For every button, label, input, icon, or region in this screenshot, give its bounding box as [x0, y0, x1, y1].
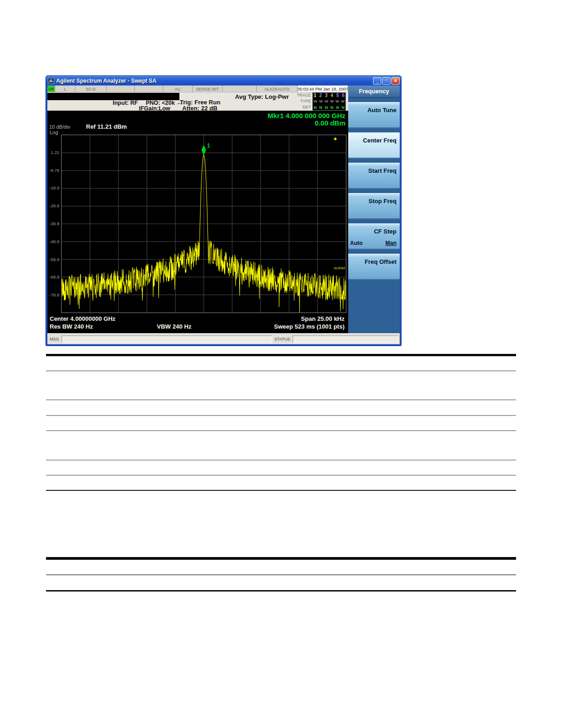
title-blackout-bar — [47, 93, 179, 100]
center-freq-annotation: Center 4.00000000 GHz — [50, 315, 115, 322]
amplitude-axis-labels: 1.21 -8.79 -18.8 -28.8 -38.8 -48.8 -58.8… — [47, 135, 60, 313]
coupling-indicator: AC — [163, 85, 193, 92]
trace-detectors: NN NN NN — [314, 105, 345, 110]
rule-line — [46, 370, 516, 371]
sense-indicator: SENSE:INT — [193, 85, 223, 92]
window-status-bar: MSG STATUS — [47, 333, 400, 344]
trace-numbers: 1 2 3 4 5 6 — [314, 93, 345, 98]
norm-indicator: NORM — [334, 266, 345, 270]
analyzer-window: Agilent Spectrum Analyzer - Swept SA _ □… — [46, 76, 401, 346]
message-field — [62, 336, 272, 343]
status-cell-empty — [135, 85, 163, 92]
rule-line — [46, 490, 516, 491]
softkey-menu: Frequency Auto Tune Center Freq Start Fr… — [348, 85, 400, 333]
rule-line — [46, 574, 516, 575]
softkey-stop-freq[interactable]: Stop Freq — [348, 193, 400, 219]
rule-line — [46, 354, 516, 356]
document-page: Agilent Spectrum Analyzer - Swept SA _ □… — [0, 0, 563, 728]
maximize-button[interactable]: □ — [382, 77, 391, 85]
trace-status-block: TRACE TYPE DET 1 2 3 4 5 — [291, 92, 347, 111]
rule-line — [46, 557, 516, 560]
type-label: TYPE — [300, 98, 311, 104]
softkey-cf-step[interactable]: CF Step Auto Man — [348, 223, 400, 250]
rule-line — [46, 475, 516, 476]
rule-line — [46, 590, 516, 592]
spectrum-trace-svg — [62, 135, 346, 313]
menu-header-frequency: Frequency — [348, 85, 400, 98]
rule-line — [46, 415, 516, 416]
graticule: * NORM 1 — [61, 135, 346, 313]
trace-types: WW WW WW — [314, 99, 345, 104]
datetime-display: 05:03:44 PM Jan 18, 2007 — [298, 85, 348, 92]
msg-label: MSG — [49, 337, 60, 341]
marker1-number: 1 — [207, 142, 210, 149]
input-indicator: L — [55, 85, 75, 92]
status-cell-empty — [107, 85, 135, 92]
input-setting: Input: RF — [113, 100, 138, 106]
lxi-indicator: LXI — [47, 85, 55, 92]
rule-line — [46, 399, 516, 400]
span-annotation: Span 25.00 kHz — [301, 315, 345, 322]
app-icon — [48, 78, 54, 84]
softkey-auto-tune[interactable]: Auto Tune — [348, 102, 400, 128]
instrument-status-row: LXI L 50 Ω AC SENSE:INT ALIGNAUTO 05:03:… — [47, 85, 348, 92]
close-button[interactable]: ✕ — [391, 77, 400, 85]
avg-type-setting: Avg Type: Log-Pwr — [235, 93, 289, 100]
det-label: DET — [303, 104, 311, 110]
softkey-freq-offset[interactable]: Freq Offset — [348, 254, 400, 280]
rule-line — [46, 430, 516, 431]
cf-step-auto-option[interactable]: Auto — [350, 240, 362, 246]
status-label: STATUS — [274, 337, 291, 341]
window-titlebar[interactable]: Agilent Spectrum Analyzer - Swept SA _ □… — [46, 76, 401, 85]
uncal-star-icon: * — [333, 136, 337, 145]
impedance-indicator: 50 Ω — [75, 85, 107, 92]
scale-per-div-label: 10 dB/div — [49, 124, 70, 130]
status-cell-empty — [223, 85, 257, 92]
vbw-annotation: VBW 240 Hz — [157, 323, 191, 330]
rule-line — [46, 460, 516, 461]
ref-level-label: Ref 11.21 dBm — [86, 123, 127, 130]
marker-readout: Mkr1 4.000 000 000 GHz 0.00 dBm — [268, 112, 345, 127]
sweep-annotations: Center 4.00000000 GHz Span 25.00 kHz Res… — [47, 315, 348, 333]
window-title: Agilent Spectrum Analyzer - Swept SA — [56, 78, 372, 84]
window-body: LXI L 50 Ω AC SENSE:INT ALIGNAUTO 05:03:… — [47, 85, 400, 344]
spectrum-display: Mkr1 4.000 000 000 GHz 0.00 dBm 10 dB/di… — [47, 111, 348, 333]
rbw-annotation: Res BW 240 Hz — [50, 323, 93, 330]
softkey-center-freq[interactable]: Center Freq — [348, 132, 400, 159]
align-indicator: ALIGNAUTO — [257, 85, 298, 92]
measurement-settings-bar: Input: RF PNO: <20k ↔ IFGain:Low Trig: F… — [47, 92, 348, 111]
minimize-button[interactable]: _ — [373, 77, 381, 85]
sweep-annotation: Sweep 523 ms (1001 pts) — [274, 323, 345, 330]
trace-label: TRACE — [297, 92, 311, 98]
softkey-start-freq[interactable]: Start Freq — [348, 163, 400, 189]
cf-step-man-option[interactable]: Man — [385, 240, 396, 246]
status-field — [293, 336, 398, 343]
